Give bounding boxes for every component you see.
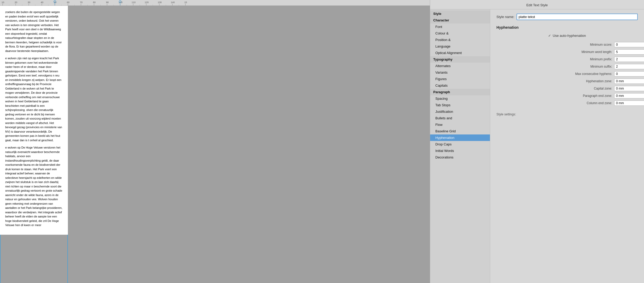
minimum-score-label: Minimum score: — [496, 43, 612, 46]
auto-hyphenation-row: ✓ Use auto-hyphenation — [496, 34, 638, 38]
paragraph-end-zone-row: Paragraph end zone: ▲ ▼ — [496, 93, 638, 99]
paragraph-1: zoekers die buiten de opengestelde wegen… — [5, 10, 63, 53]
svg-text:60: 60 — [67, 1, 69, 4]
style-name-label: Style name: — [496, 15, 514, 19]
svg-text:140: 140 — [171, 1, 175, 4]
minimum-word-length-label: Minimum word length: — [496, 50, 612, 54]
svg-text:70: 70 — [80, 1, 83, 4]
sidebar-style-header: Style — [430, 10, 490, 17]
minimum-score-input[interactable] — [614, 42, 644, 47]
paragraph-end-zone-input[interactable] — [614, 93, 644, 98]
hyphenation-zone-row: Hyphenation zone: ▲ ▼ — [496, 78, 638, 84]
sidebar-item-initial-words[interactable]: Initial Words — [430, 148, 490, 154]
sidebar-item-language[interactable]: Language — [430, 43, 490, 50]
sidebar-typography-header: Typography — [430, 56, 490, 63]
minimum-score-field-wrap: ▲ ▼ — [614, 42, 638, 48]
capital-zone-row: Capital zone: ▲ ▼ — [496, 86, 638, 91]
hyphenation-zone-field-wrap: ▲ ▼ — [614, 78, 638, 84]
svg-text:90: 90 — [106, 1, 109, 4]
column-end-zone-input[interactable] — [614, 101, 644, 106]
max-consecutive-hyphens-field-wrap: ▲ ▼ — [614, 71, 638, 77]
svg-text:40: 40 — [41, 1, 43, 4]
column-gap — [68, 6, 73, 283]
style-name-input[interactable] — [517, 14, 638, 20]
hyphenation-section-title: Hyphenation — [496, 25, 638, 30]
svg-text:10: 10 — [2, 1, 4, 4]
settings-area: Style name: Hyphenation ✓ Use auto-hyphe… — [490, 9, 644, 283]
document-area: 10 20 30 40 50 60 70 80 90 100 — [0, 0, 430, 283]
minimum-suffix-field-wrap: ▲ ▼ — [614, 64, 638, 69]
sidebar-item-drop-caps[interactable]: Drop Caps — [430, 141, 490, 148]
sidebar-item-bullets[interactable]: Bullets and — [430, 115, 490, 121]
auto-hyphenation-checkmark: ✓ — [548, 34, 551, 38]
sidebar-item-baseline-grid[interactable]: Baseline Grid — [430, 128, 490, 134]
auto-hyphenation-label[interactable]: Use auto-hyphenation — [553, 34, 586, 38]
capital-zone-input[interactable] — [614, 86, 644, 91]
style-name-row: Style name: — [496, 14, 638, 20]
document-right — [73, 6, 430, 283]
svg-text:15: 15 — [184, 1, 187, 4]
sidebar-item-alternates[interactable]: Alternates — [430, 63, 490, 69]
sidebar-item-justification[interactable]: Justification — [430, 108, 490, 115]
right-panel: Edit Text Style Style Character Font Col… — [430, 0, 644, 283]
minimum-suffix-label: Minimum suffix: — [496, 65, 612, 68]
sidebar-paragraph-header: Paragraph — [430, 89, 490, 95]
sidebar-item-capitals[interactable]: Capitals — [430, 82, 490, 89]
minimum-word-length-input[interactable] — [614, 49, 644, 55]
sidebar-item-flow[interactable]: Flow — [430, 121, 490, 128]
minimum-word-length-field-wrap: ▲ ▼ — [614, 49, 638, 55]
svg-text:80: 80 — [93, 1, 96, 4]
sidebar: Style Character Font Colour & Position &… — [430, 9, 490, 283]
max-consecutive-hyphens-label: Max consecutive hyphens: — [496, 72, 612, 76]
capital-zone-field-wrap: ▲ ▼ — [614, 86, 638, 91]
document-content: zoekers die buiten de opengestelde wegen… — [0, 6, 430, 283]
max-consecutive-hyphens-input[interactable] — [614, 71, 644, 76]
svg-text:120: 120 — [145, 1, 149, 4]
hyphenation-zone-input[interactable] — [614, 79, 644, 84]
sidebar-item-tab-stops[interactable]: Tab Stops — [430, 102, 490, 108]
sidebar-item-decorations[interactable]: Decorations — [430, 154, 490, 161]
sidebar-item-figures[interactable]: Figures — [430, 76, 490, 82]
minimum-score-row: Minimum score: ▲ ▼ — [496, 42, 638, 48]
svg-text:20: 20 — [15, 1, 17, 4]
column-end-zone-label: Column end zone: — [496, 101, 612, 105]
sidebar-character-header: Character — [430, 17, 490, 23]
paragraph-3: e wolven op De Hoge Veluwe verstoren het… — [5, 145, 63, 227]
sidebar-item-position[interactable]: Position & — [430, 37, 490, 43]
sidebar-item-spacing[interactable]: Spacing — [430, 95, 490, 102]
svg-text:30: 30 — [28, 1, 30, 4]
sidebar-item-font[interactable]: Font — [430, 23, 490, 30]
hyphenation-zone-label: Hyphenation zone: — [496, 79, 612, 83]
column-end-zone-field-wrap: ▲ ▼ — [614, 100, 638, 106]
column-end-zone-row: Column end zone: ▲ ▼ — [496, 100, 638, 106]
ruler: 10 20 30 40 50 60 70 80 90 100 — [0, 0, 430, 6]
sidebar-item-hyphenation[interactable]: Hyphenation — [430, 134, 490, 141]
style-settings-section: Style settings: — [496, 112, 638, 116]
minimum-prefix-row: Minimum prefix: ▲ ▼ — [496, 56, 638, 62]
minimum-prefix-input[interactable] — [614, 57, 644, 62]
minimum-suffix-row: Minimum suffix: ▲ ▼ — [496, 64, 638, 69]
sidebar-item-colour[interactable]: Colour & — [430, 30, 490, 37]
minimum-prefix-label: Minimum prefix: — [496, 57, 612, 61]
text-column-left: zoekers die buiten de opengestelde wegen… — [0, 6, 68, 235]
sidebar-item-variants[interactable]: Variants — [430, 69, 490, 76]
style-settings-label: Style settings: — [496, 113, 516, 116]
paragraph-2: e wolven zijn niet op eigen kracht het P… — [5, 56, 63, 142]
paragraph-end-zone-label: Paragraph end zone: — [496, 94, 612, 98]
max-consecutive-hyphens-row: Max consecutive hyphens: ▲ ▼ — [496, 71, 638, 77]
panel-body: Style Character Font Colour & Position &… — [430, 9, 644, 283]
svg-text:130: 130 — [158, 1, 162, 4]
ruler-svg: 10 20 30 40 50 60 70 80 90 100 — [0, 0, 430, 6]
paragraph-end-zone-field-wrap: ▲ ▼ — [614, 93, 638, 99]
hyphenation-fields: Minimum score: ▲ ▼ Minimum word length: — [496, 42, 638, 106]
minimum-word-length-row: Minimum word length: ▲ ▼ — [496, 49, 638, 55]
panel-header: Edit Text Style — [430, 0, 644, 9]
capital-zone-label: Capital zone: — [496, 87, 612, 90]
minimum-prefix-field-wrap: ▲ ▼ — [614, 56, 638, 62]
panel-title: Edit Text Style — [526, 3, 548, 7]
minimum-suffix-input[interactable] — [614, 64, 644, 69]
svg-text:110: 110 — [132, 1, 136, 4]
sidebar-item-optical-alignment[interactable]: Optical Alignment — [430, 50, 490, 56]
